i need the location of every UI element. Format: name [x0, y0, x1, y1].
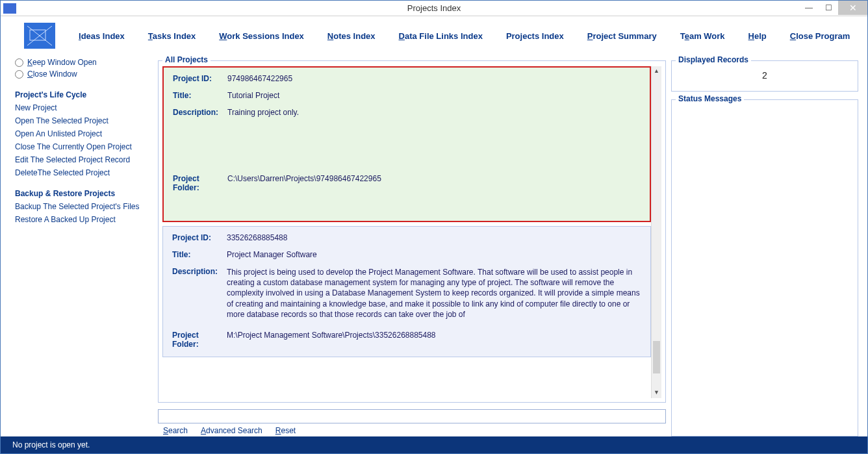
body-area: Keep Window Open Close Window Project's … [1, 51, 867, 436]
menu-projects-index[interactable]: Projects Index [506, 31, 564, 41]
status-messages-group: Status Messages [671, 99, 858, 436]
label-project-id: Project ID: [172, 233, 227, 242]
value-project-id: 33526268885488 [227, 233, 641, 242]
close-button[interactable]: ✕ [838, 1, 867, 15]
sidebar-heading-backup: Backup & Restore Projects [15, 189, 153, 198]
app-logo [24, 23, 55, 49]
label-title: Title: [173, 91, 227, 100]
link-search[interactable]: Search [163, 426, 188, 435]
link-open-unlisted-project[interactable]: Open An Unlisted Project [15, 129, 153, 138]
window-title: Projects Index [407, 3, 461, 13]
menu-help[interactable]: Help [748, 31, 767, 41]
menu-data-file-links-index[interactable]: Data File Links Index [399, 31, 483, 41]
link-close-current-project[interactable]: Close The Currently Open Project [15, 142, 153, 151]
app-window: Projects Index — ☐ ✕ Ideas Index Tasks I… [0, 0, 868, 454]
label-project-folder: ProjectFolder: [173, 174, 227, 213]
sidebar: Keep Window Open Close Window Project's … [15, 57, 153, 436]
radio-keep-open-label: eep Window Open [32, 58, 97, 67]
menu-close-program[interactable]: Close Program [790, 31, 850, 41]
menu-work-sessions-index[interactable]: Work Sessions Index [219, 31, 304, 41]
link-delete-selected-project[interactable]: DeleteThe Selected Project [15, 168, 153, 177]
value-project-id: 974986467422965 [227, 74, 641, 83]
main-toolbar: Ideas Index Tasks Index Work Sessions In… [1, 16, 867, 51]
radio-close-window[interactable]: Close Window [15, 69, 153, 79]
link-edit-selected-project[interactable]: Edit The Selected Project Record [15, 155, 153, 164]
scrollbar-track[interactable] [652, 77, 661, 388]
search-input[interactable] [158, 409, 666, 423]
menu-team-work[interactable]: Team Work [680, 31, 725, 41]
value-project-folder: C:\Users\Darren\Projects\974986467422965 [227, 174, 641, 213]
label-description: Description: [172, 267, 227, 323]
radio-keep-window-open[interactable]: Keep Window Open [15, 58, 153, 67]
label-project-id: Project ID: [173, 74, 227, 83]
link-backup-selected[interactable]: Backup The Selected Project's Files [15, 202, 153, 211]
projects-scrollbar[interactable]: ▲ ▼ [651, 66, 661, 398]
project-card[interactable]: Project ID: 33526268885488 Title: Projec… [162, 226, 651, 357]
menu-ideas-index[interactable]: Ideas Index [79, 31, 125, 41]
all-projects-legend: All Projects [162, 55, 211, 64]
value-title: Tutorial Project [227, 91, 641, 100]
project-card-selected[interactable]: Project ID: 974986467422965 Title: Tutor… [162, 66, 651, 222]
label-title: Title: [172, 250, 227, 259]
label-project-folder: ProjectFolder: [172, 331, 227, 349]
titlebar: Projects Index — ☐ ✕ [1, 1, 867, 16]
value-description: Training project only. [227, 108, 641, 166]
scroll-up-arrow-icon[interactable]: ▲ [652, 66, 661, 77]
app-icon [3, 3, 16, 14]
link-restore-backup[interactable]: Restore A Backed Up Project [15, 215, 153, 224]
value-description: This project is being used to develop th… [227, 267, 641, 323]
main-menu: Ideas Index Tasks Index Work Sessions In… [79, 31, 850, 41]
displayed-records-value: 2 [676, 66, 854, 87]
scrollbar-thumb[interactable] [653, 341, 660, 373]
displayed-records-legend: Displayed Records [676, 55, 751, 64]
menu-project-summary[interactable]: Project Summary [587, 31, 657, 41]
content-area: Ideas Index Tasks Index Work Sessions In… [1, 16, 867, 453]
link-reset[interactable]: Reset [275, 426, 296, 435]
search-area: Search Advanced Search Reset [158, 409, 666, 435]
link-open-selected-project[interactable]: Open The Selected Project [15, 116, 153, 125]
value-project-folder: M:\Project Management Software\Projects\… [227, 331, 641, 349]
radio-close-window-input[interactable] [15, 70, 23, 79]
all-projects-group: All Projects Project ID: 974986467422965… [158, 60, 666, 403]
window-buttons: — ☐ ✕ [799, 1, 867, 15]
status-bar: No project is open yet. [1, 436, 867, 453]
displayed-records-group: Displayed Records 2 [671, 60, 858, 92]
label-description: Description: [173, 108, 227, 166]
value-title: Project Manager Software [227, 250, 641, 259]
link-new-project[interactable]: New Project [15, 103, 153, 112]
status-bar-text: No project is open yet. [12, 440, 90, 449]
search-links: Search Advanced Search Reset [158, 426, 666, 435]
maximize-button[interactable]: ☐ [819, 1, 838, 15]
menu-tasks-index[interactable]: Tasks Index [148, 31, 196, 41]
link-advanced-search[interactable]: Advanced Search [201, 426, 262, 435]
sidebar-heading-life-cycle: Project's Life Cycle [15, 90, 153, 99]
minimize-button[interactable]: — [799, 1, 819, 15]
scroll-down-arrow-icon[interactable]: ▼ [652, 388, 661, 398]
right-column: Displayed Records 2 Status Messages [671, 57, 858, 436]
status-messages-legend: Status Messages [676, 94, 744, 103]
menu-notes-index[interactable]: Notes Index [327, 31, 376, 41]
projects-list: Project ID: 974986467422965 Title: Tutor… [162, 66, 651, 398]
main-panel: All Projects Project ID: 974986467422965… [158, 57, 666, 436]
radio-close-window-label: lose Window [33, 69, 77, 79]
radio-keep-open-input[interactable] [15, 58, 23, 67]
